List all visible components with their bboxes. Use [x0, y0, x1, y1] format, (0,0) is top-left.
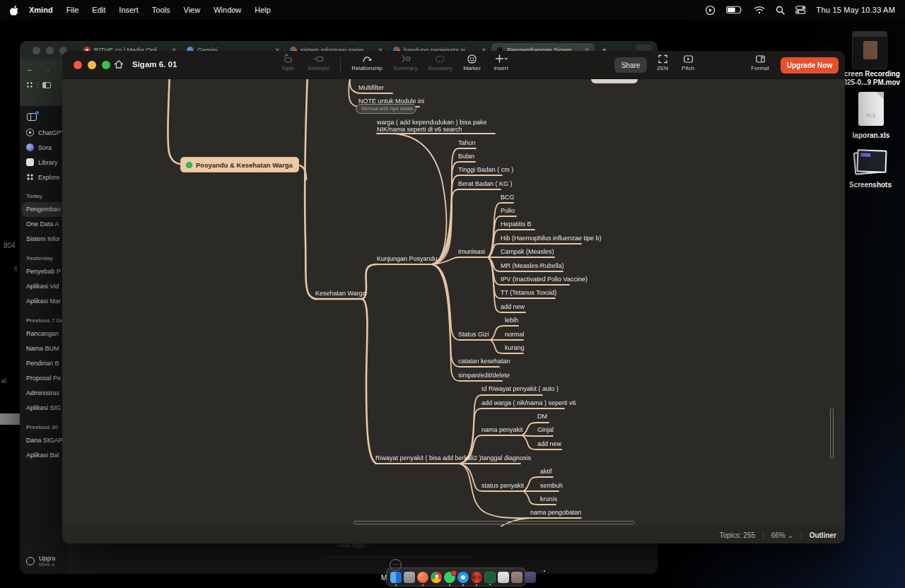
- subtopic-button[interactable]: Subtopic: [308, 54, 329, 71]
- menu-item-xmind[interactable]: Xmind: [29, 6, 53, 14]
- sidebar-chat-item[interactable]: Dana SIGAP: [20, 433, 68, 448]
- mindmap-topic[interactable]: Bulan: [458, 153, 474, 160]
- screen-recording-file-icon[interactable]: [852, 31, 887, 69]
- mindmap-topic[interactable]: TT (Tetanus Toxoid): [501, 289, 556, 296]
- mindmap-topic[interactable]: Tinggi Badan ( cm ): [458, 166, 513, 173]
- mindmap-topic[interactable]: kurang: [505, 344, 525, 351]
- wifi-icon[interactable]: [754, 6, 765, 14]
- sidebar-chat-item[interactable]: Aplikasi Vid: [20, 279, 68, 294]
- mindmap-topic[interactable]: IPV (Inactivated Polio Vaccine): [501, 276, 588, 283]
- window-controls[interactable]: [74, 61, 110, 69]
- dock-icon-pinwheel[interactable]: [471, 572, 482, 583]
- zoom-control[interactable]: 66% ⌄: [771, 531, 793, 539]
- sidebar-chat-item[interactable]: Aplikasi Mar: [20, 294, 68, 309]
- browser-window-controls[interactable]: [33, 47, 67, 54]
- upgrade-now-button[interactable]: Upgrade Now: [781, 57, 839, 74]
- mindmap-topic[interactable]: kronis: [540, 495, 557, 502]
- sidebar-chat-item[interactable]: Pengemban: [22, 202, 66, 217]
- insert-button[interactable]: Insert: [492, 54, 510, 71]
- apps-grid-icon[interactable]: [26, 81, 33, 88]
- zen-button[interactable]: ZEN: [653, 54, 672, 71]
- menu-item-tools[interactable]: Tools: [152, 6, 170, 14]
- outliner-button[interactable]: Outliner: [810, 531, 836, 539]
- mindmap-topic[interactable]: Campak (Measles): [501, 248, 554, 255]
- format-button[interactable]: Format: [751, 54, 769, 71]
- forward-icon[interactable]: →: [44, 64, 52, 73]
- menu-item-view[interactable]: View: [184, 6, 201, 14]
- boundary-button[interactable]: Boundary: [428, 54, 452, 71]
- home-icon[interactable]: [113, 59, 124, 70]
- mindmap-topic[interactable]: Polio: [501, 207, 515, 214]
- mindmap-topic[interactable]: nama pengobatan: [530, 509, 582, 516]
- mindmap-topic[interactable]: aktif: [540, 468, 552, 475]
- dock-icon-printer[interactable]: [511, 572, 522, 583]
- sidebar-chat-item[interactable]: Administras: [20, 386, 68, 401]
- menu-item-insert[interactable]: Insert: [119, 6, 139, 14]
- mindmap-topic[interactable]: Riwayat penyakit ( bisa add berkali2 ): [375, 454, 481, 461]
- mindmap-canvas[interactable]: MultifilterNOTE untuk Module iniwarga ( …: [62, 79, 845, 527]
- back-icon[interactable]: ←: [26, 64, 34, 73]
- mindmap-topic[interactable]: BCG: [501, 194, 515, 201]
- control-center-icon[interactable]: [795, 6, 806, 14]
- sidebar-chat-item[interactable]: Penyebab P: [20, 264, 68, 279]
- sidebar-chat-item[interactable]: Pendirian B: [20, 356, 68, 371]
- mindmap-note-pill[interactable]: Semua add nya adala...: [356, 104, 416, 114]
- sidebar-chat-item[interactable]: Rancangan: [20, 327, 68, 341]
- dock-icon-files[interactable]: [498, 572, 509, 583]
- mindmap-topic[interactable]: Status Gizi: [458, 331, 489, 338]
- vertical-scrollbar[interactable]: [830, 408, 834, 459]
- mindmap-topic[interactable]: normal: [505, 331, 525, 338]
- mindmap-topic[interactable]: warga ( add kependudukan ) bisa pake NIK…: [377, 119, 487, 133]
- topic-button[interactable]: Topic: [279, 54, 297, 71]
- mindmap-topic[interactable]: MR (Measles-Rubella): [501, 262, 564, 269]
- bookmarks-panel-icon[interactable]: [42, 82, 51, 88]
- sidebar-item-explore[interactable]: Explore: [20, 170, 68, 184]
- menu-item-file[interactable]: File: [66, 6, 79, 14]
- sidebar-chat-item[interactable]: One Data A: [20, 217, 68, 232]
- mindmap-topic[interactable]: Tahun: [458, 139, 476, 146]
- mindmap-topic[interactable]: Id Riwayat penyakit ( auto ): [481, 385, 559, 392]
- mindmap-topic[interactable]: Multifilter: [358, 84, 384, 91]
- menu-item-window[interactable]: Window: [214, 6, 241, 14]
- dock-icon-chrome[interactable]: [431, 572, 442, 583]
- mindmap-topic[interactable]: simpan/edit/delete: [458, 372, 510, 379]
- menu-item-edit[interactable]: Edit: [92, 6, 105, 14]
- relationship-button[interactable]: Relationship: [351, 54, 383, 71]
- xls-file-icon[interactable]: XLS: [858, 92, 884, 126]
- sidebar-item-sora[interactable]: Sora: [20, 140, 68, 155]
- mindmap-topic[interactable]: sembuh: [540, 482, 563, 489]
- mindmap-topic[interactable]: DM: [537, 413, 547, 420]
- dock-icon-finder[interactable]: [390, 572, 402, 583]
- pitch-button[interactable]: Pitch: [679, 54, 697, 71]
- menu-item-help[interactable]: Help: [255, 6, 271, 14]
- mindmap-topic[interactable]: add new: [501, 303, 525, 310]
- menu-bar-clock[interactable]: Thu 15 May 10.33 AM: [817, 6, 895, 14]
- apple-menu-icon[interactable]: [10, 5, 19, 16]
- dock-icon-notes[interactable]: [525, 572, 536, 583]
- sidebar-item-chatgpt[interactable]: ChatGPT: [20, 125, 68, 140]
- dock-icon-whatsapp[interactable]: [444, 572, 455, 583]
- mindmap-topic[interactable]: Kunjungan Posyandu: [377, 255, 438, 262]
- summary-button[interactable]: Summary: [393, 54, 417, 71]
- sidebar-item-library[interactable]: Library: [20, 155, 68, 170]
- mindmap-topic[interactable]: lebih: [505, 317, 518, 324]
- sidebar-chat-item[interactable]: Nama BUM: [20, 341, 68, 356]
- sidebar-chat-item[interactable]: Aplikasi SIG: [20, 401, 68, 416]
- mindmap-topic[interactable]: nama penyakit: [481, 426, 523, 433]
- share-button[interactable]: Share: [614, 57, 647, 73]
- mindmap-topic[interactable]: Imunisasi: [458, 248, 485, 255]
- sidebar-toggle-icon[interactable]: [27, 113, 37, 121]
- mindmap-topic[interactable]: catatan kesehatan: [458, 358, 510, 365]
- mindmap-topic[interactable]: add new: [537, 440, 561, 447]
- sidebar-chat-item[interactable]: Aplikasi Bal: [20, 448, 68, 463]
- dock-icon-safari[interactable]: [457, 572, 469, 583]
- dock-icon-launchpad[interactable]: [404, 572, 415, 583]
- sidebar-chat-item[interactable]: Proposal Pe: [20, 371, 68, 386]
- screenshots-folder-icon[interactable]: [854, 150, 887, 177]
- battery-icon[interactable]: [726, 6, 743, 14]
- sidebar-upgrade[interactable]: Upgra More a: [20, 555, 68, 567]
- mindmap-topic[interactable]: Ginjal: [537, 426, 554, 433]
- dock-icon-excel[interactable]: [484, 572, 496, 583]
- search-icon[interactable]: [776, 6, 785, 15]
- mindmap-topic[interactable]: add warga ( nik/nama ) seperti v6: [481, 399, 576, 406]
